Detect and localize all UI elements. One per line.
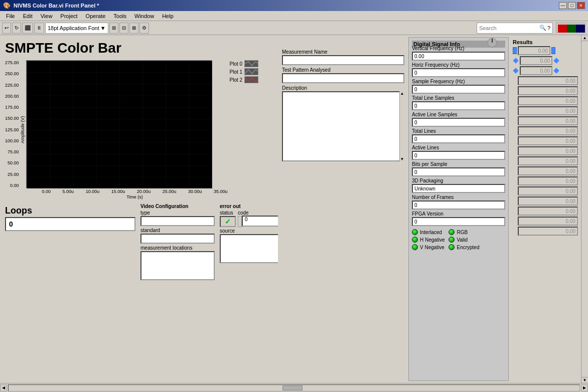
toolbar-distribute-btn[interactable]: ⊠ xyxy=(129,23,138,34)
dsi-value-8[interactable]: Unknown xyxy=(412,184,505,193)
result-input-6[interactable] xyxy=(518,106,578,115)
result-diamond-end-2 xyxy=(553,68,559,73)
dsi-field-7: Bits per Sample 0 xyxy=(412,161,505,176)
vertical-scrollbar[interactable]: ▲ ▼ xyxy=(581,35,588,383)
menu-project[interactable]: Project xyxy=(56,12,81,20)
standard-input[interactable] xyxy=(140,234,215,244)
minimize-button[interactable]: — xyxy=(559,2,567,9)
result-input-0[interactable] xyxy=(518,46,550,55)
dsi-field-4: Active Line Samples 0 xyxy=(412,112,505,127)
result-input-11[interactable] xyxy=(518,156,578,165)
waveform-chart-container: 275.00 250.00 225.00 200.00 175.00 150.0… xyxy=(5,60,273,200)
menu-help[interactable]: Help xyxy=(158,12,178,20)
dsi-value-7[interactable]: 0 xyxy=(412,167,505,176)
close-button[interactable]: ✕ xyxy=(577,2,585,9)
result-input-9[interactable] xyxy=(518,136,578,145)
legend-label-2: Plot 2 xyxy=(230,77,243,83)
result-row-12 xyxy=(513,166,579,175)
desc-scroll-up[interactable]: ▲ xyxy=(400,91,404,96)
label-hneg: H Negative xyxy=(420,237,445,243)
result-input-10[interactable] xyxy=(518,146,578,155)
dsi-label-9: Number of Frames xyxy=(412,194,505,200)
description-textarea[interactable] xyxy=(282,91,404,161)
toolbar-arrow-btn[interactable]: ↩ xyxy=(2,23,11,34)
result-input-16[interactable] xyxy=(518,207,578,216)
search-input[interactable] xyxy=(479,25,539,31)
help-icon[interactable]: ? xyxy=(547,25,550,31)
horizontal-scrollbar[interactable] xyxy=(8,384,580,391)
menu-window[interactable]: Window xyxy=(130,12,158,20)
dsi-value-4[interactable]: 0 xyxy=(412,118,505,127)
dsi-value-2[interactable]: 0 xyxy=(412,85,505,94)
code-label: code xyxy=(238,210,278,216)
dsi-field-5: Total Lines 0 xyxy=(412,128,505,143)
dsi-value-1[interactable]: 0 xyxy=(412,68,505,77)
toolbar-logo xyxy=(556,23,586,34)
search-box[interactable]: 🔍 ? xyxy=(477,23,553,34)
result-input-4[interactable] xyxy=(518,86,578,95)
legend-label-1: Plot 1 xyxy=(230,69,243,75)
test-pattern-input[interactable] xyxy=(282,73,404,83)
result-input-18[interactable] xyxy=(518,227,578,236)
dsi-value-3[interactable]: 0 xyxy=(412,101,505,110)
menu-file[interactable]: File xyxy=(2,12,19,20)
result-row-1 xyxy=(513,56,579,65)
result-input-1[interactable] xyxy=(520,56,552,65)
toolbar-layout-btn[interactable]: ⊟ xyxy=(119,23,128,34)
dsi-field-2: Sample Frequency (Hz) 0 xyxy=(412,79,505,94)
result-row-10 xyxy=(513,146,579,155)
dsi-value-6[interactable]: 0 xyxy=(412,151,505,160)
desc-scroll-down[interactable]: ▼ xyxy=(400,157,404,161)
dsi-value-10[interactable]: 0 xyxy=(412,217,505,226)
result-input-3[interactable] xyxy=(518,76,578,85)
scroll-right-btn[interactable]: ▶ xyxy=(581,384,588,391)
status-label: status xyxy=(220,210,236,216)
scroll-down-btn[interactable]: ▼ xyxy=(581,377,588,383)
dsi-label-7: Bits per Sample xyxy=(412,161,505,167)
legend-icon-2 xyxy=(244,76,258,83)
type-input[interactable] xyxy=(140,216,215,226)
menu-edit[interactable]: Edit xyxy=(19,12,37,20)
chart-y-axis: 275.00 250.00 225.00 200.00 175.00 150.0… xyxy=(5,60,20,188)
knob-area xyxy=(487,38,497,49)
dsi-label-4: Active Line Samples xyxy=(412,112,505,117)
result-diamond-end-1 xyxy=(553,58,559,63)
result-input-15[interactable] xyxy=(518,197,578,206)
dsi-value-9[interactable]: 0 xyxy=(412,201,505,210)
scroll-up-btn[interactable]: ▲ xyxy=(581,35,588,41)
toolbar-align-btn[interactable]: ⊞ xyxy=(109,23,118,34)
menu-view[interactable]: View xyxy=(37,12,57,20)
svg-rect-3 xyxy=(567,25,576,33)
legend-label-0: Plot 0 xyxy=(230,61,243,67)
source-textarea[interactable] xyxy=(220,234,278,263)
measurement-name-input[interactable] xyxy=(282,55,404,65)
scroll-left-btn[interactable]: ◀ xyxy=(0,384,7,391)
result-input-5[interactable] xyxy=(518,96,578,105)
result-input-2[interactable] xyxy=(520,66,552,75)
result-input-17[interactable] xyxy=(518,217,578,226)
result-marker-0 xyxy=(513,47,517,54)
dsi-value-5[interactable]: 0 xyxy=(412,134,505,143)
waveform-display[interactable] xyxy=(26,60,212,188)
toolbar-pause-btn[interactable]: ⏸ xyxy=(34,23,44,34)
search-icon[interactable]: 🔍 xyxy=(539,25,546,31)
font-dropdown[interactable]: 18pt Application Font ▼ xyxy=(45,23,108,34)
result-input-12[interactable] xyxy=(518,166,578,175)
legend-item-2: Plot 2 xyxy=(230,76,259,83)
result-input-7[interactable] xyxy=(518,116,578,125)
result-row-2 xyxy=(513,66,579,75)
loops-value[interactable]: 0 xyxy=(5,217,135,231)
maximize-button[interactable]: □ xyxy=(568,2,576,9)
measurement-locations-input[interactable] xyxy=(140,251,215,280)
result-input-13[interactable] xyxy=(518,176,578,185)
menu-operate[interactable]: Operate xyxy=(82,12,110,20)
toolbar-stop-btn[interactable]: ⬛ xyxy=(22,23,33,34)
code-input[interactable]: 0 xyxy=(242,216,278,227)
scrollbar-thumb[interactable] xyxy=(282,385,303,390)
toolbar-settings-btn[interactable]: ⚙ xyxy=(139,23,149,34)
dsi-value-0[interactable]: 0.00 xyxy=(412,52,505,61)
result-input-14[interactable] xyxy=(518,186,578,195)
toolbar-refresh-btn[interactable]: ↻ xyxy=(12,23,21,34)
menu-tools[interactable]: Tools xyxy=(109,12,130,20)
result-input-8[interactable] xyxy=(518,126,578,135)
